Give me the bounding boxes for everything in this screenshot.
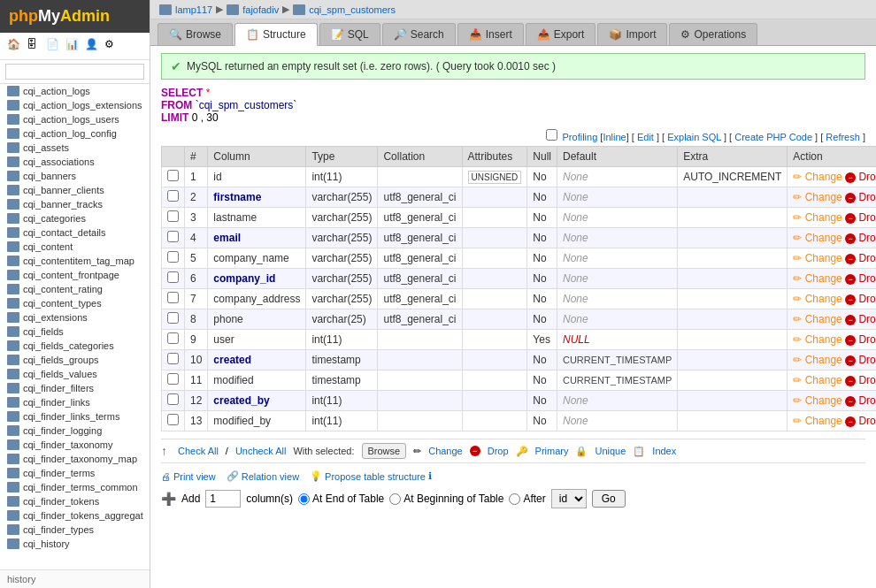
drop-icon-company_id[interactable]: − [845, 274, 856, 285]
user-icon[interactable]: 👤 [85, 38, 101, 54]
sidebar-item-cqi_banner_clients[interactable]: cqi_banner_clients [0, 183, 150, 197]
row-checkbox-phone[interactable] [167, 312, 179, 324]
sidebar-item-cqi_finder_types[interactable]: cqi_finder_types [0, 523, 150, 537]
row-checkbox-company_id[interactable] [167, 271, 179, 283]
drop-icon-firstname[interactable]: − [845, 193, 856, 203]
propose-structure-link[interactable]: 💡 Propose table structure ℹ [310, 470, 432, 482]
check-all-link[interactable]: Check All [178, 446, 219, 456]
tab-operations[interactable]: ⚙Operations [669, 23, 757, 45]
change-btn-company_address[interactable]: ✏ Change [793, 293, 841, 305]
explain-sql-link[interactable]: Explain SQL [667, 132, 721, 142]
status-icon[interactable]: 📊 [65, 38, 81, 54]
add-count-input[interactable] [205, 490, 241, 508]
sidebar-item-cqi_finder_terms[interactable]: cqi_finder_terms [0, 466, 150, 480]
breadcrumb-server[interactable]: lamp117 [175, 4, 212, 15]
print-view-link[interactable]: 🖨 Print view [161, 470, 216, 482]
change-btn-modified[interactable]: ✏ Change [793, 374, 841, 386]
row-checkbox-company_name[interactable] [167, 251, 179, 263]
unique-link[interactable]: Unique [595, 446, 626, 456]
sidebar-item-cqi_fields_categories[interactable]: cqi_fields_categories [0, 339, 150, 353]
drop-btn-created[interactable]: Drop [858, 354, 876, 366]
drop-btn-company_address[interactable]: Drop [858, 293, 876, 305]
drop-btn-modified_by[interactable]: Drop [858, 415, 876, 427]
row-checkbox-lastname[interactable] [167, 210, 179, 222]
sidebar-item-cqi_content[interactable]: cqi_content [0, 240, 150, 254]
sidebar-item-cqi_banner_tracks[interactable]: cqi_banner_tracks [0, 197, 150, 211]
browse-selected-btn[interactable]: Browse [362, 443, 407, 459]
sidebar-item-cqi_finder_tokens_aggregat[interactable]: cqi_finder_tokens_aggregat [0, 508, 150, 523]
profiling-checkbox[interactable] [546, 129, 557, 141]
change-btn-firstname[interactable]: ✏ Change [793, 191, 841, 203]
home-icon[interactable]: 🏠 [7, 38, 23, 54]
tab-insert[interactable]: 📥Insert [457, 23, 524, 45]
create-php-link[interactable]: Create PHP Code [734, 132, 812, 142]
sidebar-item-cqi_finder_taxonomy[interactable]: cqi_finder_taxonomy [0, 438, 150, 452]
sidebar-item-cqi_contentitem_tag_map[interactable]: cqi_contentitem_tag_map [0, 254, 150, 268]
sidebar-item-cqi_assets[interactable]: cqi_assets [0, 141, 150, 155]
relation-view-link[interactable]: 🔗 Relation view [227, 470, 299, 482]
sidebar-item-cqi_fields_groups[interactable]: cqi_fields_groups [0, 353, 150, 367]
row-checkbox-modified_by[interactable] [167, 414, 179, 425]
tab-browse[interactable]: 🔍Browse [158, 23, 233, 45]
change-btn-created_by[interactable]: ✏ Change [793, 394, 841, 407]
tab-import[interactable]: 📦Import [597, 23, 667, 45]
sidebar-item-cqi_contact_details[interactable]: cqi_contact_details [0, 225, 150, 240]
drop-btn-email[interactable]: Drop [858, 232, 876, 244]
sidebar-item-cqi_history[interactable]: cqi_history [0, 537, 150, 551]
after-column-select[interactable]: id [551, 489, 587, 508]
drop-btn-company_name[interactable]: Drop [858, 252, 876, 264]
sidebar-item-cqi_finder_taxonomy_map[interactable]: cqi_finder_taxonomy_map [0, 452, 150, 466]
row-checkbox-id[interactable] [167, 170, 179, 181]
sidebar-item-cqi_action_log_config[interactable]: cqi_action_log_config [0, 126, 150, 141]
drop-icon-id[interactable]: − [845, 172, 856, 183]
sidebar-item-cqi_finder_tokens[interactable]: cqi_finder_tokens [0, 494, 150, 508]
at-end-radio[interactable] [298, 493, 310, 505]
go-button[interactable]: Go [592, 490, 626, 508]
drop-icon-email[interactable]: − [845, 233, 856, 244]
sidebar-search-input[interactable] [5, 64, 144, 80]
sidebar-item-cqi_finder_links_terms[interactable]: cqi_finder_links_terms [0, 409, 150, 424]
after-radio[interactable] [509, 493, 520, 505]
sidebar-item-cqi_finder_links[interactable]: cqi_finder_links [0, 395, 150, 409]
change-btn-company_name[interactable]: ✏ Change [793, 252, 841, 264]
sidebar-item-cqi_finder_logging[interactable]: cqi_finder_logging [0, 424, 150, 438]
drop-icon-created[interactable]: − [845, 355, 856, 366]
row-checkbox-modified[interactable] [167, 373, 179, 385]
at-beginning-radio[interactable] [389, 493, 401, 505]
inline-link[interactable]: Inline [603, 132, 626, 142]
drop-icon-phone[interactable]: − [845, 315, 856, 325]
uncheck-all-link[interactable]: Uncheck All [235, 446, 286, 456]
row-checkbox-email[interactable] [167, 231, 179, 242]
drop-icon-company_address[interactable]: − [845, 294, 856, 305]
drop-icon-modified[interactable]: − [845, 376, 856, 386]
at-beginning-radio-label[interactable]: At Beginning of Table [389, 493, 503, 505]
sidebar-item-cqi_finder_filters[interactable]: cqi_finder_filters [0, 381, 150, 395]
sidebar-item-cqi_content_frontpage[interactable]: cqi_content_frontpage [0, 268, 150, 282]
sidebar-item-cqi_content_types[interactable]: cqi_content_types [0, 296, 150, 310]
drop-btn-modified[interactable]: Drop [858, 374, 876, 386]
sidebar-item-cqi_banners[interactable]: cqi_banners [0, 169, 150, 183]
row-checkbox-firstname[interactable] [167, 190, 179, 202]
change-btn-lastname[interactable]: ✏ Change [793, 211, 841, 224]
drop-icon-lastname[interactable]: − [845, 213, 856, 224]
drop-btn-phone[interactable]: Drop [858, 313, 876, 325]
sidebar-item-cqi_extensions[interactable]: cqi_extensions [0, 310, 150, 325]
sidebar-item-cqi_associations[interactable]: cqi_associations [0, 155, 150, 169]
drop-icon-user[interactable]: − [845, 335, 856, 346]
refresh-link[interactable]: Refresh [826, 132, 860, 142]
breadcrumb-database[interactable]: fajofadiv [242, 4, 279, 15]
tab-structure[interactable]: 📋Structure [234, 23, 318, 46]
index-link[interactable]: Index [652, 446, 676, 456]
after-radio-label[interactable]: After [509, 493, 545, 505]
change-btn-modified_by[interactable]: ✏ Change [793, 415, 841, 427]
drop-icon-created_by[interactable]: − [845, 396, 856, 407]
sidebar-item-cqi_categories[interactable]: cqi_categories [0, 211, 150, 225]
sidebar-item-cqi_action_logs_users[interactable]: cqi_action_logs_users [0, 112, 150, 126]
sql-icon[interactable]: 📄 [46, 38, 62, 54]
sidebar-item-cqi_action_logs[interactable]: cqi_action_logs [0, 84, 150, 98]
row-checkbox-created[interactable] [167, 353, 179, 364]
drop-btn-id[interactable]: Drop [858, 171, 876, 183]
change-btn-user[interactable]: ✏ Change [793, 333, 841, 346]
edit-link[interactable]: Edit [637, 132, 654, 142]
change-btn-email[interactable]: ✏ Change [793, 232, 841, 244]
